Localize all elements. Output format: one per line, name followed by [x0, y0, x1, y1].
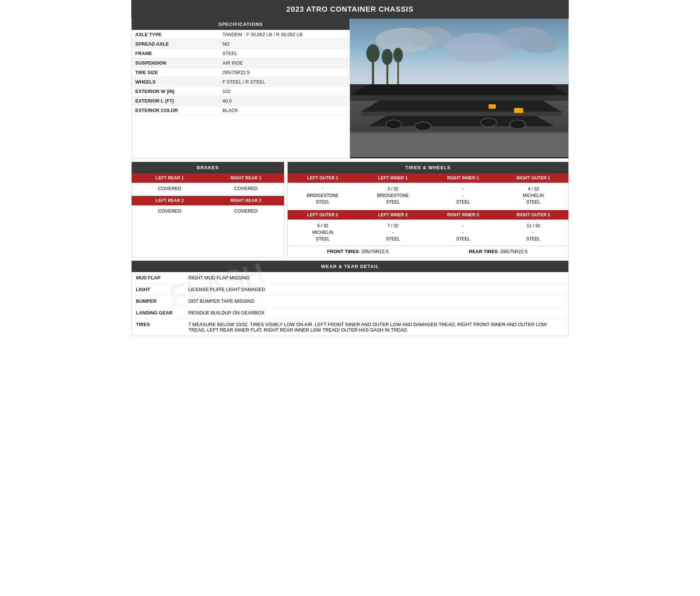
svg-rect-19 — [489, 104, 496, 109]
spec-label-8: EXTERIOR COLOR — [132, 106, 219, 115]
wear-header: WEAR & TEAR DETAIL — [132, 261, 568, 272]
right-inner-1-header: RIGHT INNER 1 — [428, 173, 498, 183]
svg-point-16 — [382, 49, 393, 65]
specs-panel: SPECIFICATIONS AXLE TYPETANDEM - F 30,06… — [132, 19, 350, 158]
tires-row1-values: -BRIDGESTONESTEEL3 / 32BRIDGESTONESTEEL-… — [288, 183, 568, 209]
spec-label-5: WHEELS — [132, 77, 219, 87]
tires-row1-headers: LEFT OUTER 1LEFT INNER 1RIGHT INNER 1RIG… — [288, 173, 568, 183]
wear-label-0: MUD FLAP — [132, 272, 184, 284]
left-outer-1-value: -BRIDGESTONESTEEL — [288, 183, 358, 209]
spec-value-5: F STEEL / R STEEL — [219, 77, 350, 87]
wear-value-4: 7 MEASURE BELOW 10/32. TIRES VISIBLY LOW… — [184, 319, 568, 336]
vehicle-image-panel — [350, 19, 568, 158]
wear-value-1: LICENSE PLATE LIGHT DAMAGED — [184, 284, 568, 295]
left-rear-2-value: COVERED — [132, 205, 208, 217]
vehicle-svg — [350, 19, 568, 157]
spec-value-8: BLACK — [219, 106, 350, 115]
spec-label-4: TIRE SIZE — [132, 68, 219, 77]
right-rear-2-header: RIGHT REAR 2 — [208, 196, 284, 205]
left-outer-2-header: LEFT OUTER 2 — [288, 210, 358, 220]
svg-point-18 — [393, 48, 403, 62]
wear-value-3: RESIDUE BUILDUP ON GEARBOX — [184, 307, 568, 319]
wear-table: MUD FLAPRIGHT MUD FLAP MISSINGLIGHTLICEN… — [132, 272, 568, 336]
right-inner-2-header: RIGHT INNER 2 — [428, 210, 498, 220]
right-inner-1-value: --STEEL — [428, 183, 498, 209]
right-outer-1-header: RIGHT OUTER 1 — [498, 173, 569, 183]
middle-section: BRAKES LEFT REAR 1 RIGHT REAR 1 COVERED … — [131, 162, 569, 258]
right-outer-2-header: RIGHT OUTER 2 — [498, 210, 569, 220]
spec-value-4: 295/75R22.5 — [219, 68, 350, 77]
brakes-panel: BRAKES LEFT REAR 1 RIGHT REAR 1 COVERED … — [131, 162, 284, 258]
spec-label-7: EXTERIOR L (FT) — [132, 96, 219, 106]
right-rear-2-value: COVERED — [208, 205, 284, 217]
right-outer-1-value: 4 / 32MICHELINSTEEL — [498, 183, 569, 209]
tires-footer: FRONT TIRES: 295/75R22.5 REAR TIRES: 295… — [288, 245, 568, 257]
wear-section: WEAR & TEAR DETAIL FLASH MUD FLAPRIGHT M… — [131, 260, 569, 336]
spec-label-1: SPREAD AXLE — [132, 39, 219, 49]
svg-rect-11 — [361, 112, 561, 116]
spec-label-2: FRAME — [132, 49, 219, 58]
wear-label-4: TIRES — [132, 319, 184, 336]
wear-label-2: BUMPER — [132, 295, 184, 307]
brakes-header: BRAKES — [132, 162, 284, 173]
svg-point-14 — [366, 44, 380, 62]
right-inner-2-value: --STEEL — [428, 220, 498, 245]
specs-header: SPECIFICATIONS — [132, 19, 350, 30]
left-rear-1-value: COVERED — [132, 183, 208, 194]
svg-rect-20 — [514, 108, 523, 113]
right-outer-2-value: 11 / 32-STEEL — [498, 220, 569, 245]
left-inner-2-value: 7 / 32-STEEL — [358, 220, 428, 245]
rear-tires-label: REAR TIRES: 295/75R22.5 — [428, 246, 568, 257]
tires-header: TIRES & WHEELS — [288, 162, 568, 173]
svg-point-22 — [415, 122, 431, 131]
top-section: SPECIFICATIONS AXLE TYPETANDEM - F 30,06… — [131, 19, 569, 159]
wear-value-0: RIGHT MUD FLAP MISSING — [184, 272, 568, 284]
tires-row2-values: 6 / 32MICHELINSTEEL7 / 32-STEEL--STEEL11… — [288, 220, 568, 245]
svg-rect-9 — [350, 95, 568, 101]
wear-label-3: LANDING GEAR — [132, 307, 184, 319]
left-rear-1-header: LEFT REAR 1 — [132, 173, 208, 183]
front-tires-label: FRONT TIRES: 295/75R22.5 — [288, 246, 428, 257]
tires-panel: TIRES & WHEELS LEFT OUTER 1LEFT INNER 1R… — [287, 162, 569, 258]
spec-label-6: EXTERIOR W (IN) — [132, 87, 219, 96]
tires-row2-headers: LEFT OUTER 2LEFT INNER 2RIGHT INNER 2RIG… — [288, 210, 568, 220]
svg-marker-8 — [350, 84, 568, 95]
specs-table: AXLE TYPETANDEM - F 30,062 LB / R 30,062… — [132, 30, 350, 115]
svg-point-23 — [481, 118, 497, 127]
spec-value-3: AIR RIDE — [219, 58, 350, 68]
spec-value-6: 102 — [219, 87, 350, 96]
wear-label-1: LIGHT — [132, 284, 184, 295]
wear-value-2: DOT BUMPER TAPE MISSING — [184, 295, 568, 307]
svg-rect-26 — [350, 132, 568, 133]
spec-value-2: STEEL — [219, 49, 350, 58]
spec-value-7: 40.0 — [219, 96, 350, 106]
svg-point-21 — [386, 120, 402, 129]
vehicle-photo — [350, 19, 568, 158]
svg-marker-10 — [361, 101, 561, 112]
right-rear-1-value: COVERED — [208, 183, 284, 194]
spec-value-0: TANDEM - F 30,062 LB / R 30,062 LB — [219, 30, 350, 39]
svg-point-2 — [408, 27, 452, 47]
left-outer-1-header: LEFT OUTER 1 — [288, 173, 358, 183]
spec-value-1: NO — [219, 39, 350, 49]
left-inner-2-header: LEFT INNER 2 — [358, 210, 428, 220]
left-rear-2-header: LEFT REAR 2 — [132, 196, 208, 205]
spec-label-0: AXLE TYPE — [132, 30, 219, 39]
left-outer-2-value: 6 / 32MICHELINSTEEL — [288, 220, 358, 245]
svg-rect-25 — [350, 132, 568, 157]
spec-label-3: SUSPENSION — [132, 58, 219, 68]
svg-point-5 — [520, 35, 560, 53]
page-title: 2023 ATRO CONTAINER CHASSIS — [131, 0, 569, 19]
left-inner-1-value: 3 / 32BRIDGESTONESTEEL — [358, 183, 428, 209]
brakes-grid: LEFT REAR 1 RIGHT REAR 1 COVERED COVERED… — [132, 173, 284, 217]
svg-point-24 — [510, 120, 526, 129]
right-rear-1-header: RIGHT REAR 1 — [208, 173, 284, 183]
left-inner-1-header: LEFT INNER 1 — [358, 173, 428, 183]
